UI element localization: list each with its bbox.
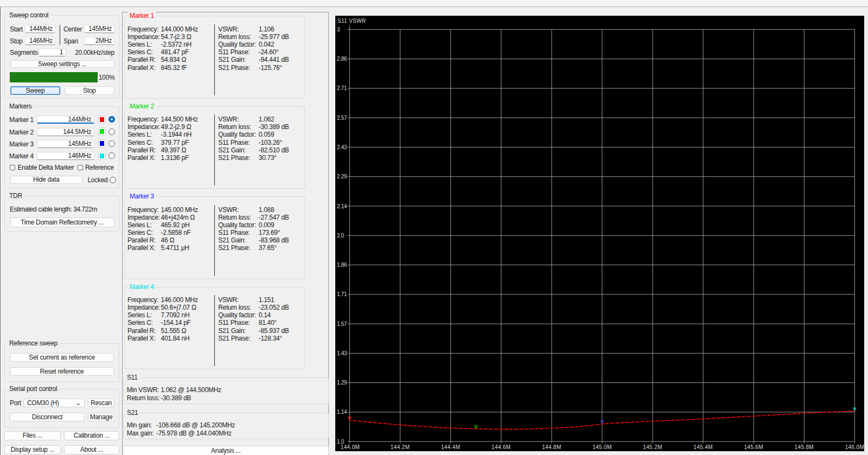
svg-text:2.29: 2.29 [337,174,347,180]
svg-text:145.0M: 145.0M [592,444,611,450]
svg-text:1.57: 1.57 [337,321,347,327]
svg-text:2.14: 2.14 [337,203,347,209]
svg-text:2.71: 2.71 [337,85,347,91]
svg-text:146.0M: 146.0M [845,444,864,450]
svg-text:2.57: 2.57 [337,115,347,121]
svg-text:2.0: 2.0 [337,233,344,239]
svg-text:145.2M: 145.2M [643,444,662,450]
svg-text:1.14: 1.14 [337,409,347,415]
svg-text:144.0M: 144.0M [341,444,360,450]
svg-text:145.8M: 145.8M [795,444,814,450]
svg-text:144.2M: 144.2M [391,444,410,450]
svg-text:145.6M: 145.6M [744,444,763,450]
svg-text:1.86: 1.86 [337,262,347,268]
svg-text:1.43: 1.43 [337,350,347,356]
svg-text:1.29: 1.29 [337,380,347,386]
svg-text:1.0: 1.0 [337,439,344,445]
svg-text:145.4M: 145.4M [693,444,712,450]
svg-text:3: 3 [337,27,340,33]
svg-text:S11 VSWR: S11 VSWR [337,18,366,24]
svg-text:2.43: 2.43 [337,144,347,150]
svg-text:144.8M: 144.8M [542,444,561,450]
svg-text:144.4M: 144.4M [441,444,460,450]
svg-text:2.86: 2.86 [337,56,347,62]
svg-text:144.6M: 144.6M [492,444,510,450]
svg-text:1.71: 1.71 [337,291,347,297]
